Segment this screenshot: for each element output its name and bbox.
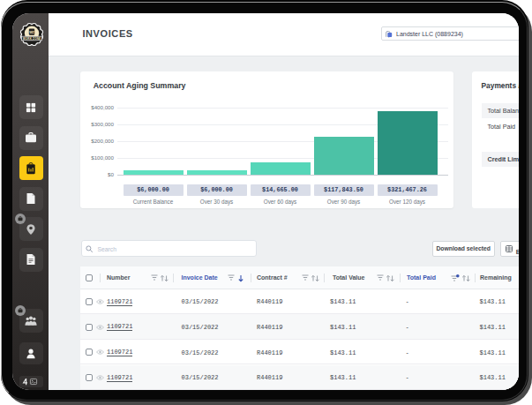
svg-text:WZ: WZ: [29, 30, 34, 34]
svg-text:WORK ZONE: WORK ZONE: [23, 36, 41, 40]
